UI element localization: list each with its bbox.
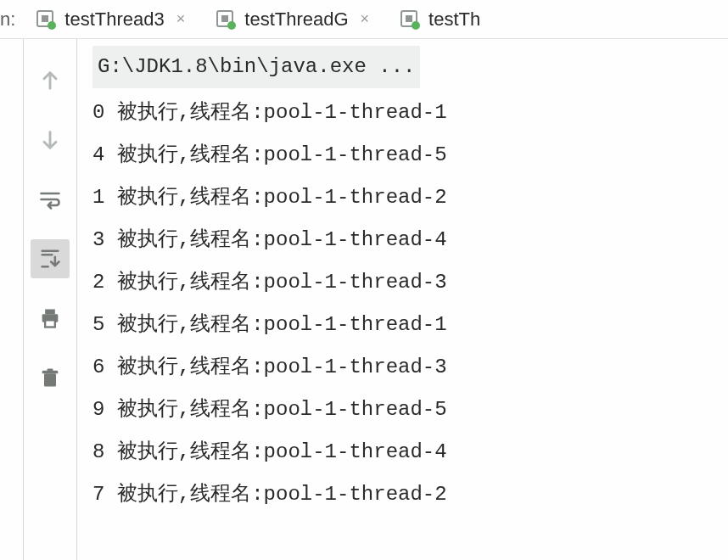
tab-testthread3[interactable]: testThread3 × [20,0,200,38]
arrow-up-icon [38,69,62,92]
console-line: 9 被执行,线程名:pool-1-thread-5 [92,389,728,431]
close-icon[interactable]: × [173,10,186,28]
soft-wrap-button[interactable] [31,180,70,219]
soft-wrap-icon [38,188,62,211]
svg-rect-12 [44,373,56,386]
tab-label: testThreadG [244,8,348,31]
svg-point-8 [412,21,420,30]
svg-rect-11 [45,320,55,327]
svg-rect-7 [406,15,412,22]
run-config-icon [216,9,236,30]
console-command-line: G:\JDK1.8\bin\java.exe ... [92,46,420,88]
tab-label: testThread3 [64,8,164,31]
delete-button[interactable] [31,358,70,397]
tab-testthreadg[interactable]: testThreadG × [200,0,384,38]
console-output[interactable]: G:\JDK1.8\bin\java.exe ... 0 被执行,线程名:poo… [76,39,728,560]
arrow-down-icon [38,128,62,152]
svg-rect-4 [221,15,228,22]
svg-rect-9 [45,310,55,315]
console-line: 5 被执行,线程名:pool-1-thread-1 [92,304,728,346]
console-toolbar [24,39,76,560]
print-icon [38,306,62,330]
run-config-icon [36,9,56,30]
down-button[interactable] [31,120,70,160]
console-line: 6 被执行,线程名:pool-1-thread-3 [92,346,728,389]
svg-point-5 [227,21,236,30]
left-gutter [0,39,24,560]
close-icon[interactable]: × [357,10,370,28]
svg-rect-14 [48,369,53,372]
up-button[interactable] [31,61,70,100]
print-button[interactable] [31,299,70,338]
trash-icon [38,366,62,389]
console-line: 4 被执行,线程名:pool-1-thread-5 [92,134,728,176]
tab-label: testTh [428,8,480,31]
svg-rect-1 [42,15,48,22]
svg-point-2 [48,21,56,30]
console-line: 1 被执行,线程名:pool-1-thread-2 [92,176,728,219]
console-line: 2 被执行,线程名:pool-1-thread-3 [92,261,728,304]
console-line: 3 被执行,线程名:pool-1-thread-4 [92,219,728,261]
main-area: G:\JDK1.8\bin\java.exe ... 0 被执行,线程名:poo… [0,39,728,560]
tab-testth[interactable]: testTh [384,0,496,38]
scroll-to-end-button[interactable] [31,239,70,278]
scroll-to-end-icon [38,247,62,271]
run-tabs-bar: n: testThread3 × testThreadG × [0,0,728,39]
console-line: 0 被执行,线程名:pool-1-thread-1 [92,92,728,134]
console-line: 8 被执行,线程名:pool-1-thread-4 [92,431,728,473]
console-line: 7 被执行,线程名:pool-1-thread-2 [92,473,728,516]
run-config-icon [400,9,420,30]
run-label: n: [0,8,20,31]
